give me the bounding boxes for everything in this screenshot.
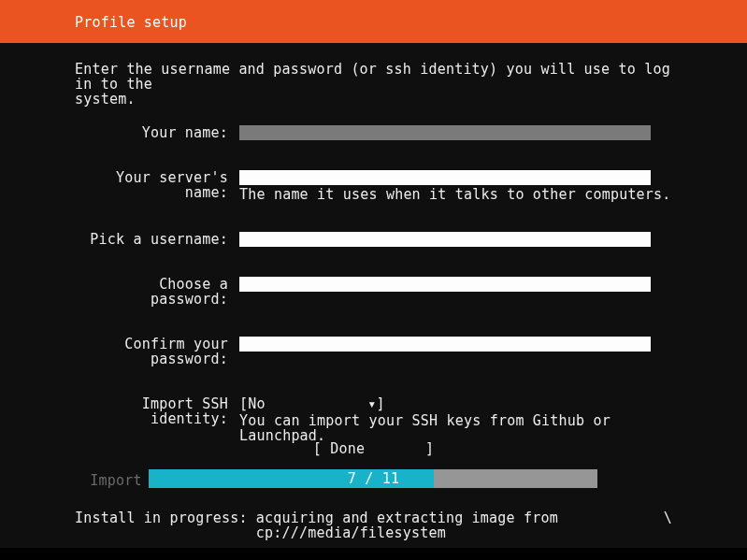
progress-fill — [149, 469, 434, 488]
input-confirm-password[interactable] — [239, 337, 651, 352]
progress-row: 7 / 11 — [149, 469, 598, 488]
header-bar: Profile setup — [0, 0, 747, 43]
row-username: Pick a username: — [75, 232, 672, 247]
row-server-name: Your server's name: The name it uses whe… — [75, 170, 672, 202]
label-ssh-identity: Import SSH identity: — [75, 396, 239, 426]
select-ssh-value: No — [248, 396, 360, 411]
label-password: Choose a password: — [75, 277, 239, 307]
row-password: Choose a password: — [75, 277, 672, 307]
select-ssh-identity[interactable]: [ No ▾ ] — [239, 396, 385, 411]
main-content: Enter the username and password (or ssh … — [0, 43, 747, 505]
label-confirm-password: Confirm your password: — [75, 337, 239, 366]
bracket-close: ] — [376, 396, 384, 411]
input-your-name[interactable] — [239, 125, 651, 140]
progress-rest — [434, 469, 597, 488]
page-title: Profile setup — [75, 14, 187, 31]
progress-bar: 7 / 11 — [149, 469, 597, 488]
install-status-text: Install in progress: acquiring and extra… — [75, 510, 558, 540]
input-password[interactable] — [239, 277, 651, 292]
helper-server-name: The name it uses when it talks to other … — [239, 187, 672, 202]
done-row: [ Done ] — [0, 441, 747, 456]
done-button[interactable]: [ Done ] — [313, 440, 434, 457]
spinner-icon: \ — [664, 510, 672, 525]
footer-status: Install in progress: acquiring and extra… — [0, 505, 747, 548]
label-your-name: Your name: — [75, 125, 239, 140]
input-username[interactable] — [239, 232, 651, 247]
row-your-name: Your name: — [75, 125, 672, 140]
label-server-name: Your server's name: — [75, 170, 239, 200]
chevron-down-icon: ▾ — [367, 396, 376, 411]
input-server-name[interactable] — [239, 170, 651, 185]
helper-ssh-identity: You can import your SSH keys from Github… — [239, 413, 672, 443]
row-ssh-identity: Import SSH identity: [ No ▾ ] You can im… — [75, 396, 672, 443]
row-confirm-password: Confirm your password: — [75, 337, 672, 366]
label-username: Pick a username: — [75, 232, 239, 247]
bracket-open: [ — [239, 396, 248, 411]
intro-text: Enter the username and password (or ssh … — [75, 62, 672, 107]
